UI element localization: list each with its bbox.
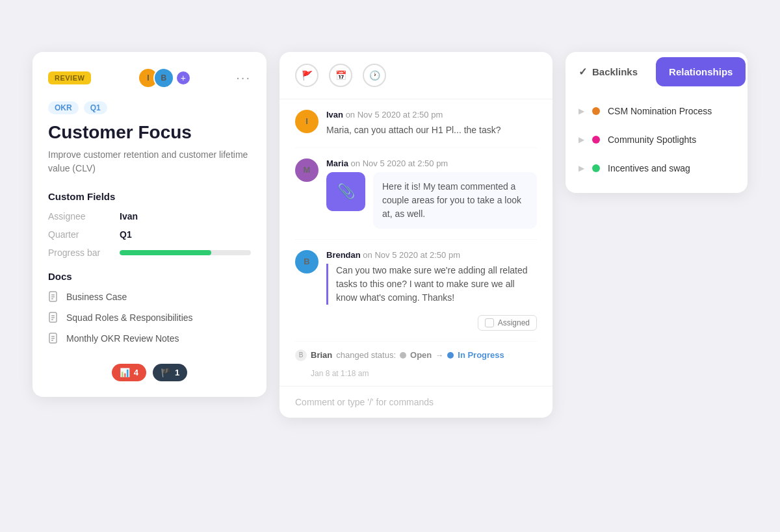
progress-label: In Progress [458,350,504,360]
activity-content: I Ivan on Nov 5 2020 at 2:50 pm Maria, c… [280,99,552,386]
doc-label-3: Monthly OKR Review Notes [66,333,179,344]
brendan-message: Can you two make sure we're adding all r… [326,264,537,305]
status-change-date: Jan 8 at 1:18 am [311,369,537,386]
relationship-list: ▶ CSM Nomination Process ▶ Community Spo… [566,92,748,193]
task-description: Improve customer retention and customer … [48,148,251,175]
calendar-icon-button[interactable]: 📅 [329,64,352,87]
rel-arrow-2: ▶ [578,135,584,144]
relationships-header: ✓ Backlinks Relationships [566,52,748,92]
brendan-name: Brendan [326,250,361,260]
maria-message-with-attachment: 📎 Here it is! My team commented a couple… [326,172,537,229]
brian-avatar-small: B [295,349,307,361]
message-body-3: Brendan on Nov 5 2020 at 2:50 pm Can you… [326,250,537,331]
avatar-group: I B + [138,68,190,88]
document-icon-2 [48,312,60,323]
message-item-1: I Ivan on Nov 5 2020 at 2:50 pm Maria, c… [295,99,537,148]
quarter-label: Quarter [48,229,120,240]
attachment-thumbnail[interactable]: 📎 [326,172,365,211]
checkmark-icon: ✓ [578,66,587,78]
assigned-label: Assigned [498,318,530,327]
assigned-badge[interactable]: Assigned [478,315,537,331]
relationships-tab[interactable]: Relationships [656,57,746,86]
activity-panel: 🚩 📅 🕐 I Ivan on Nov 5 2020 at 2:50 pm Ma… [280,52,552,418]
document-icon [48,291,60,303]
status-change-action: changed status: [336,350,396,360]
status-badge[interactable]: REVIEW [48,71,91,84]
assignee-label: Assignee [48,211,120,222]
maria-name: Maria [326,158,348,168]
tag-okr[interactable]: OKR [48,101,79,114]
custom-fields-title: Custom Fields [48,191,251,202]
message-meta-3: Brendan on Nov 5 2020 at 2:50 pm [326,250,537,260]
maria-message-bubble: Here it is! My team commented a couple a… [373,172,537,229]
notification-count-red: 4 [134,368,138,377]
relationships-label: Relationships [669,66,733,77]
progress-row: Progress bar [48,247,251,258]
assignee-value: Ivan [120,211,138,222]
document-icon-3 [48,333,60,344]
ivan-message: Maria, can you attach our H1 Pl... the t… [326,123,537,137]
docs-section: Docs Business Case Squad Roles & Respon [48,271,251,344]
notification-icon-red: 📊 [120,368,130,377]
comment-placeholder: Comment or type '/' for commands [295,397,434,407]
message-meta-2: Maria on Nov 5 2020 at 2:50 pm [326,158,537,168]
assignee-row: Assignee Ivan [48,211,251,222]
comment-input-area[interactable]: Comment or type '/' for commands [280,386,552,418]
backlinks-tab[interactable]: ✓ Backlinks [566,54,651,90]
progress-status-dot [447,352,454,359]
rel-dot-orange [592,107,600,115]
doc-label-1: Business Case [66,292,127,302]
rel-dot-pink [592,136,600,144]
doc-item-3[interactable]: Monthly OKR Review Notes [48,333,251,344]
relationship-item-1[interactable]: ▶ CSM Nomination Process [566,97,748,125]
doc-label-2: Squad Roles & Responsibilities [66,312,193,323]
doc-item-1[interactable]: Business Case [48,291,251,303]
backlinks-label: Backlinks [592,66,638,77]
rel-label-2: Community Spotlights [608,134,696,145]
relationship-item-2[interactable]: ▶ Community Spotlights [566,125,748,154]
rel-arrow-3: ▶ [578,164,584,173]
brendan-avatar: B [295,250,318,273]
brendan-time: on Nov 5 2020 at 2:50 pm [363,250,460,260]
relationship-item-3[interactable]: ▶ Incentives and swag [566,154,748,183]
notification-icon-dark: 🏴 [161,368,171,377]
message-body-1: Ivan on Nov 5 2020 at 2:50 pm Maria, can… [326,110,537,137]
more-options-button[interactable]: ··· [236,70,251,85]
status-change: B Brian changed status: Open → In Progre… [295,342,537,369]
activity-header: 🚩 📅 🕐 [280,52,552,99]
tag-q1[interactable]: Q1 [84,101,107,114]
docs-title: Docs [48,271,251,282]
clock-icon-button[interactable]: 🕐 [363,64,386,87]
add-member-button[interactable]: + [177,71,190,84]
task-footer: 📊 4 🏴 1 [48,364,251,381]
message-item-2: M Maria on Nov 5 2020 at 2:50 pm 📎 Here … [295,148,537,240]
flag-icon-button[interactable]: 🚩 [295,64,318,87]
main-container: REVIEW I B + ··· OKR Q1 Customer Focus I… [32,39,748,494]
task-detail-panel: REVIEW I B + ··· OKR Q1 Customer Focus I… [32,52,266,397]
open-status-dot [400,352,406,359]
maria-time: on Nov 5 2020 at 2:50 pm [351,158,448,168]
task-header: REVIEW I B + ··· [48,68,251,88]
ivan-name: Ivan [326,110,343,120]
notifications-badge-red[interactable]: 📊 4 [112,364,146,381]
message-meta-1: Ivan on Nov 5 2020 at 2:50 pm [326,110,537,120]
brian-name: Brian [311,350,332,360]
relationships-panel: ✓ Backlinks Relationships ▶ CSM Nominati… [566,52,748,193]
progress-fill [120,250,211,255]
rel-label-1: CSM Nomination Process [608,106,712,116]
arrow-icon: → [436,351,443,360]
avatar-brendan: B [153,68,174,88]
progress-label: Progress bar [48,247,120,258]
open-label: Open [410,350,432,360]
tag-group: OKR Q1 [48,101,251,114]
assigned-checkbox [485,318,494,327]
ivan-time: on Nov 5 2020 at 2:50 pm [346,110,443,120]
brendan-text: Can you two make sure we're adding all r… [336,264,537,305]
maria-avatar: M [295,158,318,182]
notifications-badge-dark[interactable]: 🏴 1 [153,364,187,381]
doc-item-2[interactable]: Squad Roles & Responsibilities [48,312,251,323]
message-body-2: Maria on Nov 5 2020 at 2:50 pm 📎 Here it… [326,158,537,229]
rel-label-3: Incentives and swag [608,163,690,173]
task-title: Customer Focus [48,122,251,143]
ivan-avatar: I [295,110,318,133]
